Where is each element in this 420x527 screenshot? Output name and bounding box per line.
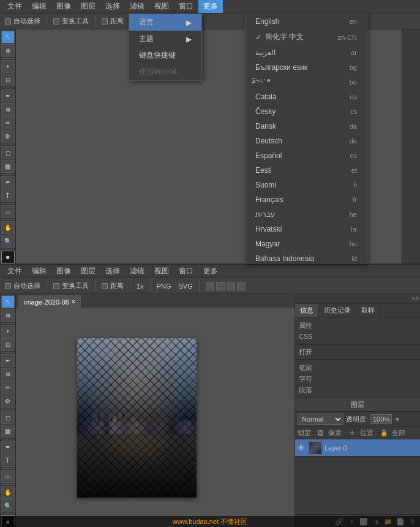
menu-more[interactable]: 更多	[198, 0, 223, 13]
lock-position-icon[interactable]: ✛	[348, 429, 356, 438]
lang-bo[interactable]: རྫོང་ཁ bo	[246, 75, 367, 89]
bot-menu-edit[interactable]: 编辑	[27, 265, 51, 278]
bot-menu-file[interactable]: 文件	[2, 265, 27, 278]
bot-format2[interactable]: SVG	[176, 282, 195, 290]
lang-id[interactable]: Bahasa Indonesia id	[246, 251, 367, 264]
bot-eraser-tool[interactable]: ◻	[1, 411, 15, 423]
bot-toolbar-icon-4[interactable]	[237, 282, 246, 290]
bot-eyedropper-tool[interactable]: ✒	[1, 354, 15, 367]
bot-menu-more[interactable]: 更多	[198, 265, 223, 278]
bot-heal-tool[interactable]: ⊕	[1, 368, 15, 381]
bot-toolbar-icon-3[interactable]	[227, 282, 235, 290]
gradient-tool[interactable]: ▦	[1, 160, 15, 173]
text-tool[interactable]: T	[1, 189, 15, 202]
lang-fr[interactable]: Français fr	[246, 192, 367, 207]
panel-paragraph[interactable]: 段落	[299, 384, 416, 395]
bot-text-tool[interactable]: T	[1, 454, 15, 467]
move-tool[interactable]: ↖	[1, 31, 15, 44]
opacity-input[interactable]	[370, 414, 392, 424]
shape-tool[interactable]: ▭	[1, 205, 15, 218]
menu-view[interactable]: 视图	[149, 0, 174, 13]
panel-properties[interactable]: 属性	[299, 320, 416, 331]
bot-toolbar-icon-2[interactable]	[216, 282, 225, 290]
layer-visibility-icon[interactable]: 👁	[298, 444, 306, 452]
bot-menu-image[interactable]: 图像	[51, 265, 76, 278]
canvas-tab-image[interactable]: image-2020-06 ×	[18, 295, 81, 308]
expand-panels-icon[interactable]: >>	[411, 295, 419, 302]
lock-all-icon[interactable]: 🔒	[380, 429, 388, 438]
transform-checkbox[interactable]	[53, 18, 59, 25]
zoom-tool[interactable]: 🔍	[1, 235, 15, 248]
blend-mode-select[interactable]: Normal	[298, 414, 343, 425]
bot-shape-tool[interactable]: ▭	[1, 470, 15, 483]
menu-filter[interactable]: 滤镜	[125, 0, 149, 13]
lang-he[interactable]: עברית he	[246, 207, 367, 222]
bot-menu-layer[interactable]: 图层	[76, 265, 100, 278]
clone-tool[interactable]: ⚙	[1, 130, 15, 143]
hand-tool[interactable]: ✋	[1, 221, 15, 234]
panel-tab-sample[interactable]: 取样	[356, 304, 380, 317]
canvas-tab-close[interactable]: ×	[72, 298, 75, 305]
lang-et[interactable]: Eesti et	[246, 163, 367, 178]
bot-select-tool[interactable]: ⊕	[1, 309, 15, 322]
bot-distance-checkbox[interactable]	[102, 283, 108, 289]
menu-select[interactable]: 选择	[100, 0, 125, 13]
panel-tab-history[interactable]: 历史记录	[319, 304, 356, 317]
menu-item-shortcuts[interactable]: 键盘快捷键	[129, 47, 201, 64]
pen-tool[interactable]: ✒	[1, 176, 15, 189]
lasso-tool[interactable]: ⌖	[1, 60, 15, 73]
lang-ar[interactable]: العربية ar	[246, 45, 367, 60]
bot-pen-tool[interactable]: ✒	[1, 441, 15, 453]
menu-file[interactable]: 文件	[2, 0, 27, 13]
lang-zh-cn[interactable]: ✓ 简化字 中文 zh-CN	[246, 29, 367, 45]
panel-tab-info[interactable]: 信息	[295, 304, 319, 317]
bot-menu-filter[interactable]: 滤镜	[125, 265, 149, 278]
foreground-color[interactable]: ■	[1, 251, 15, 264]
heal-tool[interactable]: ⊕	[1, 103, 15, 116]
bot-toolbar-icon-1[interactable]	[206, 282, 214, 290]
eraser-tool[interactable]: ◻	[1, 146, 15, 159]
auto-select-checkbox[interactable]	[5, 18, 11, 25]
lang-en[interactable]: English en	[246, 14, 367, 29]
bot-zoom-tool[interactable]: 🔍	[1, 499, 15, 512]
lock-pixel-icon[interactable]: 🖼	[316, 429, 324, 438]
eyedropper-tool[interactable]: ✒	[1, 89, 15, 102]
panel-css[interactable]: CSS	[299, 331, 416, 342]
menu-item-language[interactable]: 语言 ▶	[129, 14, 201, 31]
bot-move-tool[interactable]: ↖	[1, 295, 15, 308]
menu-window[interactable]: 窗口	[174, 0, 198, 13]
bot-transform-checkbox[interactable]	[53, 283, 59, 289]
menu-edit[interactable]: 编辑	[27, 0, 51, 13]
bot-menu-view[interactable]: 视图	[149, 265, 174, 278]
bot-gradient-tool[interactable]: ▦	[1, 425, 15, 438]
bot-lasso-tool[interactable]: ⌖	[1, 325, 15, 338]
bot-auto-select-checkbox[interactable]	[5, 283, 11, 289]
bot-zoom[interactable]: 1x	[134, 282, 146, 290]
lang-es[interactable]: Español es	[246, 148, 367, 163]
layer-item-0[interactable]: 👁 Layer 0	[295, 439, 420, 457]
panel-character[interactable]: 字符	[299, 373, 416, 384]
brush-tool[interactable]: ✏	[1, 116, 15, 129]
menu-item-theme[interactable]: 主题 ▶	[129, 31, 201, 47]
distance-checkbox[interactable]	[102, 18, 108, 25]
lang-hr[interactable]: Hrvatski hr	[246, 222, 367, 237]
lang-de[interactable]: Deutsch de	[246, 134, 367, 148]
menu-layer[interactable]: 图层	[76, 0, 100, 13]
crop-tool[interactable]: ⊡	[1, 74, 15, 86]
bot-clone-tool[interactable]: ⚙	[1, 395, 15, 408]
bot-format1[interactable]: PNG	[154, 282, 174, 290]
lang-bg[interactable]: Български език bg	[246, 60, 367, 75]
select-tool[interactable]: ⊕	[1, 44, 15, 57]
bot-menu-select[interactable]: 选择	[100, 265, 125, 278]
menu-image[interactable]: 图像	[51, 0, 76, 13]
lang-fi[interactable]: Suomi fi	[246, 178, 367, 192]
bot-brush-tool[interactable]: ✏	[1, 381, 15, 394]
lang-da[interactable]: Dansk da	[246, 119, 367, 134]
bot-crop-tool[interactable]: ⊡	[1, 338, 15, 351]
lang-hu[interactable]: Magyar hu	[246, 237, 367, 251]
panel-brush[interactable]: 笔刷	[299, 362, 416, 373]
opacity-dropdown-icon[interactable]: ▼	[394, 416, 400, 423]
bot-hand-tool[interactable]: ✋	[1, 486, 15, 499]
lang-cs[interactable]: Česky cs	[246, 104, 367, 119]
lang-ca[interactable]: Català ca	[246, 89, 367, 104]
